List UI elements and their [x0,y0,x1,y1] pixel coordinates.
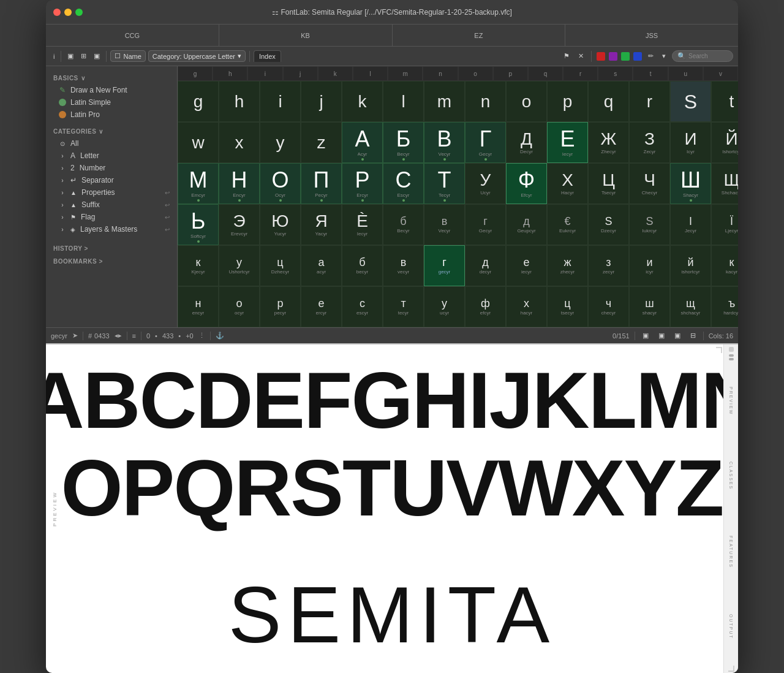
glyph-Ocyr[interactable]: О Ocyr [260,163,301,204]
sidebar-item-flag[interactable]: › ⚑ Flag ↩ [46,211,177,223]
glyph-ercyr[interactable]: е ercyr [301,286,342,327]
glyph-j[interactable]: j [301,81,342,122]
color-swatch-red[interactable] [597,52,605,61]
glyph-Gecyr[interactable]: Г Gecyr [465,122,506,163]
basics-section[interactable]: BASICS ∨ [46,71,177,84]
glyph-shchacyr[interactable]: щ shchacyr [670,286,711,327]
view-mode-1[interactable]: ▣ [640,330,651,341]
glyph-n[interactable]: n [465,81,506,122]
glyph-Ucyr[interactable]: У Ucyr [465,163,506,204]
glyph-Acyr[interactable]: А Acyr [342,122,383,163]
glyph-tsecyr[interactable]: ц tsecyr [547,286,588,327]
glyph-o[interactable]: o [506,81,547,122]
glyph-Checyr[interactable]: Ч Checyr [629,163,670,204]
view-mode-3[interactable]: ▣ [672,330,683,341]
properties-reset-btn[interactable]: ↩ [165,189,170,196]
tab-ccg[interactable]: CCG [46,25,219,46]
sidebar-item-layers[interactable]: › ◈ Layers & Masters ↩ [46,223,177,235]
suffix-reset-btn[interactable]: ↩ [165,202,170,208]
layers-reset-btn[interactable]: ↩ [165,226,170,233]
view-btn-3[interactable]: ▣ [91,51,102,61]
glyph-icyr[interactable]: и icyr [629,245,670,286]
glyph-S-small[interactable]: S Iukrcyr [629,204,670,245]
glyph-r[interactable]: r [629,81,670,122]
sidebar-item-draw-new-font[interactable]: ✎ Draw a New Font [46,84,177,96]
glyph-Iecyr2[interactable]: Ѐ Iecyr [342,204,383,245]
glyph-i[interactable]: i [260,81,301,122]
glyph-kacyr-lc[interactable]: к kacyr [711,245,738,286]
glyph-t[interactable]: t [711,81,738,122]
glyph-Ishortcyr[interactable]: Й Ishortcyr [711,122,738,163]
glyph-p[interactable]: p [547,81,588,122]
glyph-Tsecyr[interactable]: Ц Tsecyr [588,163,629,204]
view-mode-4[interactable]: ⊟ [688,330,698,341]
glyph-Shchacyr[interactable]: Щ Shchacyr [711,163,738,204]
info-button[interactable]: i [51,51,57,61]
glyph-decyr[interactable]: д decyr [465,245,506,286]
categories-section[interactable]: CATEGORIES ∨ [46,124,177,137]
glyph-ucyr[interactable]: у ucyr [424,286,465,327]
glyph-escyr[interactable]: с escyr [342,286,383,327]
category-dropdown[interactable]: Category: Uppercase Letter ▾ [148,50,246,62]
sidebar-item-properties[interactable]: › ▲ Properties ↩ [46,186,177,199]
glyph-ocyr[interactable]: о ocyr [219,286,260,327]
glyph-Hacyr[interactable]: Х Hacyr [547,163,588,204]
glyph-Encyr[interactable]: Н Encyr [219,163,260,204]
glyph-Softcyr[interactable]: Ь Softcyr [178,204,219,245]
preview-right-label-output[interactable]: OUTPUT [729,614,733,639]
glyph-Tecyr[interactable]: Т Tecyr [424,163,465,204]
sidebar-item-all[interactable]: ⊙ All [46,137,177,150]
glyph-ishortcyr[interactable]: й ishortcyr [670,245,711,286]
glyph-Shacyr[interactable]: Ш Shacyr [670,163,711,204]
glyph-Jecyr[interactable]: І Jecyr [670,204,711,245]
glyph-checyr[interactable]: ч checyr [588,286,629,327]
glyph-Ljecyr[interactable]: Ї Ljecyr [711,204,738,245]
minimize-button[interactable] [64,9,72,16]
view-mode-2[interactable]: ▣ [656,330,667,341]
tab-ez[interactable]: EZ [393,25,566,46]
view-btn-1[interactable]: ▣ [65,51,76,61]
sidebar-item-number[interactable]: › 2 Number [46,162,177,174]
more-btn[interactable]: ▾ [660,51,668,61]
sidebar-item-suffix[interactable]: › ▲ Suffix ↩ [46,199,177,211]
glyph-Vecyr[interactable]: В Vecyr [424,122,465,163]
sidebar-item-letter[interactable]: › A Letter [46,150,177,162]
color-swatch-green[interactable] [621,52,630,61]
glyph-Escyr[interactable]: С Escyr [383,163,424,204]
glyph-pecyr[interactable]: р pecyr [260,286,301,327]
glyph-z[interactable]: z [301,122,342,163]
glyph-h[interactable]: h [219,81,260,122]
glyph-Kjecyr[interactable]: к Kjecyr [178,245,219,286]
glyph-Pecyr[interactable]: П Pecyr [301,163,342,204]
glyph-Zecyr[interactable]: З Zecyr [629,122,670,163]
glyph-x[interactable]: x [219,122,260,163]
tab-jss[interactable]: JSS [565,25,738,46]
flag-reset-btn[interactable]: ↩ [165,214,170,221]
glyph-Ereversedcyr[interactable]: Э Erevcyr [219,204,260,245]
glyph-Zhecyr[interactable]: Ж Zhecyr [588,122,629,163]
glyph-Iecyr[interactable]: Е Iecyr [547,122,588,163]
tab-kb[interactable]: KB [219,25,393,46]
color-swatch-blue[interactable] [633,52,642,61]
glyph-Dzhecyr[interactable]: ц Dzhecyr [260,245,301,286]
glyph-Yacyr[interactable]: Я Yacyr [301,204,342,245]
glyph-Decyr[interactable]: Д Decyr [506,122,547,163]
history-section[interactable]: HISTORY > [46,241,177,254]
glyph-l[interactable]: l [383,81,424,122]
preview-right-label-preview[interactable]: PREVIEW [729,387,733,415]
glyph-small-b[interactable]: б Becyr [383,204,424,245]
glyph-euro[interactable]: € Eukrcyr [547,204,588,245]
glyph-Yucyr[interactable]: Ю Yucyr [260,204,301,245]
bookmarks-section[interactable]: BOOKMARKS > [46,254,177,267]
glyph-tecyr[interactable]: т tecyr [383,286,424,327]
sidebar-item-separator[interactable]: › ↵ Separator [46,174,177,186]
glyph-Emcyr[interactable]: М Emcyr [178,163,219,204]
glyph-w[interactable]: w [178,122,219,163]
sidebar-item-latin-simple[interactable]: Latin Simple [46,96,177,108]
glyph-y[interactable]: y [260,122,301,163]
glyph-Becyr[interactable]: Б Becyr [383,122,424,163]
glyph-shacyr[interactable]: ш shacyr [629,286,670,327]
glyph-vecyr[interactable]: в vecyr [383,245,424,286]
glyph-becyr[interactable]: б becyr [342,245,383,286]
preview-right-label-classes[interactable]: CLASSES [729,462,733,490]
